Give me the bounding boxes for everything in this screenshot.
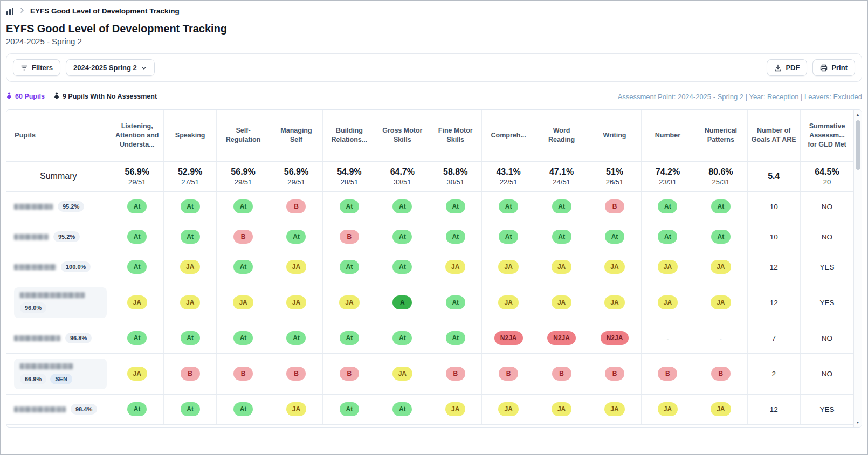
pdf-button[interactable]: PDF bbox=[767, 59, 807, 76]
pupil-cell[interactable]: 95.2% bbox=[6, 191, 111, 222]
assessment-pill-b: B bbox=[340, 367, 359, 381]
assessment-cell: At bbox=[694, 191, 747, 222]
summary-label: Summary bbox=[6, 161, 111, 191]
assessment-pill-ja: JA bbox=[127, 295, 147, 309]
goals-at-are-value: 10 bbox=[747, 222, 800, 252]
scroll-down-arrow[interactable]: ▼ bbox=[854, 418, 862, 427]
pupil-cell[interactable]: 66.9%SEN bbox=[6, 353, 111, 394]
gld-met-value: YES bbox=[800, 394, 853, 424]
summary-fraction: 22/51 bbox=[483, 178, 534, 186]
assessment-cell: At bbox=[217, 394, 270, 424]
assessment-context: Assessment Point: 2024-2025 - Spring 2 |… bbox=[618, 93, 862, 101]
assessment-cell: JA bbox=[482, 394, 535, 424]
assessment-pill-at: At bbox=[446, 230, 465, 244]
assessment-pill-at: At bbox=[340, 260, 359, 274]
summary-cell: 51%26/51 bbox=[588, 161, 641, 191]
assessment-cell: At bbox=[694, 222, 747, 252]
page-title: EYFS Good Level of Development Tracking bbox=[6, 23, 862, 35]
summary-percentage: 58.8% bbox=[430, 167, 481, 177]
assessment-pill-b: B bbox=[446, 367, 465, 381]
pupil-info: 95.2% bbox=[14, 231, 106, 242]
assessment-cell: JA bbox=[588, 252, 641, 282]
pupil-cell[interactable]: 100.0% bbox=[6, 252, 111, 282]
assessment-pill-n2ja: N2JA bbox=[547, 331, 576, 345]
assessment-pill-ja: JA bbox=[392, 367, 412, 381]
assessment-pill-ja: JA bbox=[180, 295, 200, 309]
summary-fraction: 24/51 bbox=[536, 178, 587, 186]
period-dropdown-value: 2024-2025 Spring 2 bbox=[73, 64, 137, 72]
column-header-building-relations: Building Relations... bbox=[323, 110, 376, 161]
assessment-pill-at: At bbox=[392, 260, 412, 274]
assessment-cell: JA bbox=[535, 252, 588, 282]
summary-fraction: 29/51 bbox=[112, 178, 163, 186]
summary-cell: 80.6%25/31 bbox=[694, 161, 747, 191]
assessment-pill-at: At bbox=[181, 331, 200, 345]
assessment-cell: - bbox=[694, 323, 747, 353]
assessment-cell: At bbox=[429, 191, 482, 222]
print-button[interactable]: Print bbox=[812, 59, 855, 76]
bar-chart-icon[interactable] bbox=[6, 7, 14, 15]
pdf-button-label: PDF bbox=[786, 64, 800, 72]
assessment-pill-ja: JA bbox=[445, 402, 465, 416]
summary-cell: 47.1%24/51 bbox=[535, 161, 588, 191]
assessment-cell: At bbox=[111, 252, 163, 282]
pupil-cell[interactable]: 96.8% bbox=[6, 323, 111, 353]
assessment-cell: At bbox=[111, 191, 163, 222]
no-assessment-label: 9 Pupils With No Assessment bbox=[63, 93, 157, 100]
page: EYFS Good Level of Development Tracking … bbox=[0, 0, 868, 455]
assessment-pill-b: B bbox=[552, 367, 571, 381]
assessment-cell: B bbox=[429, 353, 482, 394]
assessment-pill-ja: JA bbox=[498, 402, 518, 416]
summary-fraction: 23/31 bbox=[642, 178, 693, 186]
assessment-pill-ja: JA bbox=[286, 260, 306, 274]
assessment-pill-b: B bbox=[499, 367, 518, 381]
pupil-count: 60 Pupils bbox=[6, 92, 45, 101]
assessment-cell: JA bbox=[323, 282, 376, 323]
assessment-cell: JA bbox=[163, 282, 216, 323]
assessment-cell: At bbox=[270, 323, 322, 353]
summary-percentage: 80.6% bbox=[695, 167, 746, 177]
assessment-cell: JA bbox=[429, 252, 482, 282]
assessment-pill-at: At bbox=[658, 199, 677, 213]
goals-at-are-value: 12 bbox=[747, 252, 800, 282]
assessment-cell: JA bbox=[641, 394, 694, 424]
assessment-cell: At bbox=[111, 394, 163, 424]
column-header-number: Number bbox=[641, 110, 694, 161]
assessment-pill-b: B bbox=[340, 230, 359, 244]
pupil-name-redacted bbox=[14, 264, 56, 270]
assessment-cell: At bbox=[376, 222, 429, 252]
assessment-cell: B bbox=[217, 222, 270, 252]
assessment-pill-at: At bbox=[286, 230, 306, 244]
sen-badge: SEN bbox=[50, 374, 72, 384]
person-icon bbox=[53, 92, 60, 101]
assessment-cell: B bbox=[217, 353, 270, 394]
assessment-cell: At bbox=[323, 191, 376, 222]
assessment-pill-ja: JA bbox=[604, 295, 624, 309]
summary-cell: 52.9%27/51 bbox=[163, 161, 216, 191]
scrollbar-thumb[interactable] bbox=[856, 120, 860, 170]
assessment-cell: JA bbox=[641, 282, 694, 323]
assessment-cell: JA bbox=[111, 353, 163, 394]
download-icon bbox=[774, 64, 782, 72]
summary-fraction: 30/51 bbox=[430, 178, 481, 186]
pupil-cell[interactable]: 96.0% bbox=[6, 282, 111, 323]
gld-table-container: PupilsListening, Attention and Understa.… bbox=[6, 109, 862, 428]
filters-button[interactable]: Filters bbox=[13, 59, 60, 76]
filter-icon bbox=[20, 64, 28, 72]
pupil-cell[interactable]: 98.4% bbox=[6, 394, 111, 424]
summary-fraction: 33/51 bbox=[377, 178, 428, 186]
assessment-cell: N2JA bbox=[588, 323, 641, 353]
badge-line: 96.8% bbox=[65, 333, 92, 343]
assessment-pill-ja: JA bbox=[552, 260, 571, 274]
scroll-up-arrow[interactable]: ▲ bbox=[854, 110, 862, 119]
person-icon bbox=[6, 92, 12, 101]
pupil-name-redacted bbox=[14, 335, 60, 341]
assessment-pill-n2ja: N2JA bbox=[494, 331, 523, 345]
printer-icon bbox=[820, 64, 828, 72]
pupil-cell[interactable]: 95.2% bbox=[6, 222, 111, 252]
vertical-scrollbar[interactable]: ▲ ▼ bbox=[853, 110, 862, 427]
summary-cell: 54.9%28/51 bbox=[323, 161, 376, 191]
assessment-pill-at: At bbox=[181, 402, 200, 416]
no-assessment-count: 9 Pupils With No Assessment bbox=[53, 92, 157, 101]
period-dropdown[interactable]: 2024-2025 Spring 2 bbox=[66, 59, 155, 76]
